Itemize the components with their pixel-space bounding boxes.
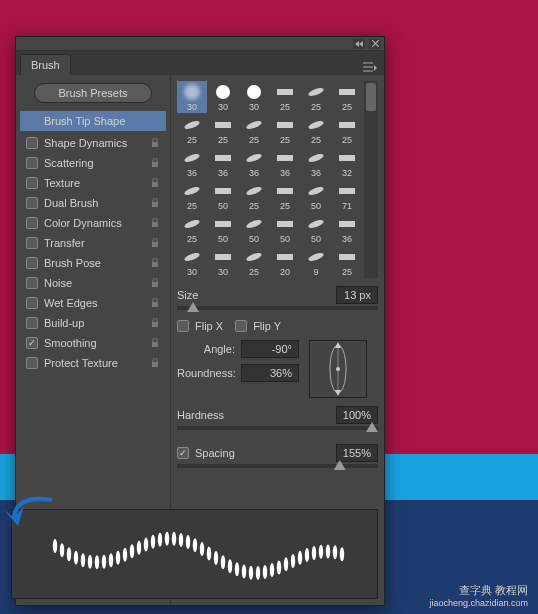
option-row-wet-edges[interactable]: Wet Edges bbox=[20, 293, 166, 313]
flip-y-checkbox[interactable] bbox=[235, 320, 247, 332]
brush-tip-cell[interactable]: 50 bbox=[208, 180, 238, 212]
brush-tip-cell[interactable]: 25 bbox=[270, 180, 300, 212]
option-checkbox[interactable] bbox=[26, 137, 38, 149]
brush-tip-cell[interactable]: 20 bbox=[270, 246, 300, 278]
size-slider[interactable] bbox=[177, 306, 378, 310]
brush-tip-icon bbox=[182, 181, 202, 201]
brush-tip-cell[interactable]: 25 bbox=[270, 114, 300, 146]
brush-tip-cell[interactable]: 36 bbox=[332, 213, 362, 245]
svg-point-20 bbox=[245, 119, 262, 130]
size-value[interactable]: 13 px bbox=[336, 286, 378, 304]
brush-tip-cell[interactable]: 30 bbox=[177, 81, 207, 113]
option-row-brush-pose[interactable]: Brush Pose bbox=[20, 253, 166, 273]
lock-icon[interactable] bbox=[150, 178, 160, 188]
roundness-value[interactable]: 36% bbox=[241, 364, 299, 382]
close-icon[interactable] bbox=[369, 39, 381, 49]
lock-icon[interactable] bbox=[150, 258, 160, 268]
option-checkbox[interactable] bbox=[26, 157, 38, 169]
svg-point-64 bbox=[143, 538, 147, 552]
brush-presets-button[interactable]: Brush Presets bbox=[34, 83, 152, 103]
option-checkbox[interactable] bbox=[26, 217, 38, 229]
hardness-value[interactable]: 100% bbox=[336, 406, 378, 424]
lock-icon[interactable] bbox=[150, 318, 160, 328]
brush-tip-cell[interactable]: 36 bbox=[301, 147, 331, 179]
lock-icon[interactable] bbox=[150, 198, 160, 208]
option-label: Scattering bbox=[44, 157, 94, 169]
option-row-smoothing[interactable]: Smoothing bbox=[20, 333, 166, 353]
brush-tip-cell[interactable]: 36 bbox=[270, 147, 300, 179]
option-row-shape-dynamics[interactable]: Shape Dynamics bbox=[20, 133, 166, 153]
watermark-line2: jiaocheng.chazidian.com bbox=[429, 598, 528, 608]
brush-tip-cell[interactable]: 50 bbox=[208, 213, 238, 245]
brush-tip-cell[interactable]: 25 bbox=[208, 114, 238, 146]
option-checkbox[interactable] bbox=[26, 257, 38, 269]
option-row-dual-brush[interactable]: Dual Brush bbox=[20, 193, 166, 213]
angle-value[interactable]: -90° bbox=[241, 340, 299, 358]
brush-tip-icon bbox=[337, 115, 357, 135]
option-row-protect-texture[interactable]: Protect Texture bbox=[20, 353, 166, 373]
brush-tip-cell[interactable]: 25 bbox=[239, 180, 269, 212]
brush-tip-shape-row[interactable]: Brush Tip Shape bbox=[20, 111, 166, 131]
brush-tip-cell[interactable]: 25 bbox=[177, 114, 207, 146]
brush-tip-cell[interactable]: 36 bbox=[177, 147, 207, 179]
brush-tip-cell[interactable]: 25 bbox=[332, 81, 362, 113]
option-checkbox[interactable] bbox=[26, 357, 38, 369]
option-checkbox[interactable] bbox=[26, 197, 38, 209]
brush-tip-cell[interactable]: 25 bbox=[332, 246, 362, 278]
lock-icon[interactable] bbox=[150, 218, 160, 228]
brush-tip-cell[interactable]: 25 bbox=[239, 114, 269, 146]
brush-tip-cell[interactable]: 50 bbox=[301, 213, 331, 245]
brush-tip-cell[interactable]: 36 bbox=[239, 147, 269, 179]
flip-x-checkbox[interactable] bbox=[177, 320, 189, 332]
brush-tip-cell[interactable]: 25 bbox=[301, 81, 331, 113]
option-row-scattering[interactable]: Scattering bbox=[20, 153, 166, 173]
svg-point-16 bbox=[307, 86, 324, 97]
brush-tip-cell[interactable]: 30 bbox=[239, 81, 269, 113]
option-checkbox[interactable] bbox=[26, 177, 38, 189]
brush-tip-cell[interactable]: 50 bbox=[239, 213, 269, 245]
brush-tip-cell[interactable]: 25 bbox=[270, 81, 300, 113]
brush-tip-cell[interactable]: 25 bbox=[332, 114, 362, 146]
collapse-icon[interactable] bbox=[353, 39, 365, 49]
lock-icon[interactable] bbox=[150, 278, 160, 288]
brush-tip-cell[interactable]: 50 bbox=[301, 180, 331, 212]
option-checkbox[interactable] bbox=[26, 337, 38, 349]
panel-menu-icon[interactable] bbox=[360, 59, 380, 75]
brush-tip-cell[interactable]: 32 bbox=[332, 147, 362, 179]
lock-icon[interactable] bbox=[150, 138, 160, 148]
lock-icon[interactable] bbox=[150, 238, 160, 248]
option-row-transfer[interactable]: Transfer bbox=[20, 233, 166, 253]
option-row-texture[interactable]: Texture bbox=[20, 173, 166, 193]
option-row-color-dynamics[interactable]: Color Dynamics bbox=[20, 213, 166, 233]
brush-tip-cell[interactable]: 50 bbox=[270, 213, 300, 245]
option-row-build-up[interactable]: Build-up bbox=[20, 313, 166, 333]
spacing-slider[interactable] bbox=[177, 464, 378, 468]
brush-tip-cell[interactable]: 30 bbox=[177, 246, 207, 278]
brush-tip-cell[interactable]: 25 bbox=[177, 180, 207, 212]
lock-icon[interactable] bbox=[150, 358, 160, 368]
brush-tip-cell[interactable]: 71 bbox=[332, 180, 362, 212]
brush-tip-cell[interactable]: 36 bbox=[208, 147, 238, 179]
option-checkbox[interactable] bbox=[26, 297, 38, 309]
angle-dial[interactable] bbox=[309, 340, 367, 398]
spacing-checkbox[interactable] bbox=[177, 447, 189, 459]
lock-icon[interactable] bbox=[150, 338, 160, 348]
brush-tip-cell[interactable]: 25 bbox=[177, 213, 207, 245]
brush-tip-cell[interactable]: 25 bbox=[301, 114, 331, 146]
option-checkbox[interactable] bbox=[26, 317, 38, 329]
brush-tip-cell[interactable]: 9 bbox=[301, 246, 331, 278]
spacing-value[interactable]: 155% bbox=[336, 444, 378, 462]
option-checkbox[interactable] bbox=[26, 277, 38, 289]
brush-grid-scrollbar[interactable] bbox=[364, 81, 378, 278]
brush-tip-cell[interactable]: 30 bbox=[208, 246, 238, 278]
hardness-slider[interactable] bbox=[177, 426, 378, 430]
brush-tip-cell[interactable]: 30 bbox=[208, 81, 238, 113]
option-row-noise[interactable]: Noise bbox=[20, 273, 166, 293]
option-checkbox[interactable] bbox=[26, 237, 38, 249]
brush-tip-cell[interactable]: 25 bbox=[239, 246, 269, 278]
scrollbar-thumb[interactable] bbox=[366, 83, 376, 111]
lock-icon[interactable] bbox=[150, 298, 160, 308]
svg-point-86 bbox=[297, 551, 301, 565]
tab-brush[interactable]: Brush bbox=[20, 54, 71, 75]
lock-icon[interactable] bbox=[150, 158, 160, 168]
